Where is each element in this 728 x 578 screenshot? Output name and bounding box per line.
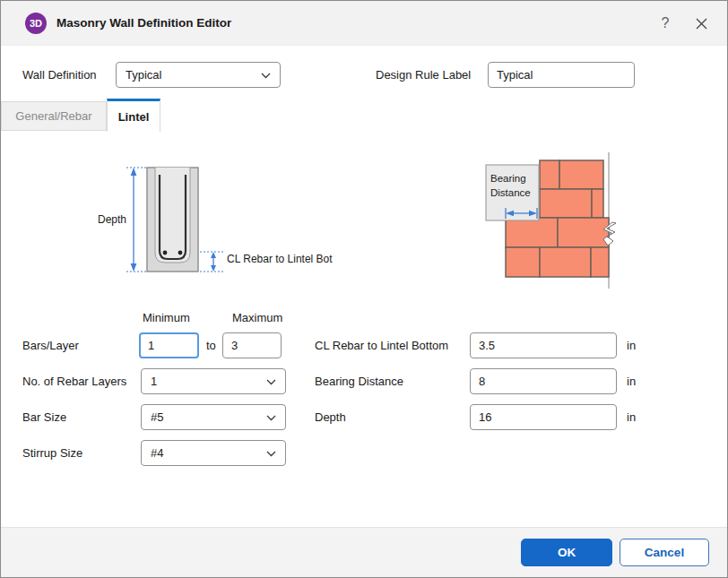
- depth-label: Depth: [315, 410, 346, 424]
- lintel-section-diagram: Depth CL Rebar to Lintel Bot: [91, 153, 351, 288]
- wall-definition-dropdown[interactable]: Typical: [116, 62, 281, 88]
- wall-definition-label: Wall Definition: [22, 68, 97, 82]
- minimum-header: Minimum: [143, 311, 190, 324]
- depth-diagram-label: Depth: [98, 213, 126, 226]
- app-3d-logo-icon: 3D: [25, 13, 47, 34]
- cl-rebar-diagram-label: CL Rebar to Lintel Bot: [227, 253, 333, 265]
- wall-definition-value: Typical: [126, 68, 161, 82]
- cl-rebar-bottom-input[interactable]: [470, 332, 617, 358]
- bearing-distance-input[interactable]: [470, 368, 617, 394]
- stirrup-size-label: Stirrup Size: [22, 446, 82, 460]
- brick: [540, 247, 591, 277]
- maximum-header: Maximum: [232, 311, 282, 324]
- rebar-dot: [163, 251, 168, 255]
- chevron-down-icon: [266, 379, 276, 385]
- bars-per-layer-label: Bars/Layer: [22, 339, 79, 352]
- ok-button[interactable]: OK: [521, 539, 612, 566]
- tab-general-rebar[interactable]: General/Rebar: [1, 101, 107, 131]
- close-icon: [696, 18, 707, 30]
- bar-size-value: #5: [151, 410, 163, 424]
- brick: [540, 189, 592, 218]
- brick: [506, 247, 540, 277]
- to-label: to: [206, 339, 216, 352]
- cancel-button[interactable]: Cancel: [620, 539, 709, 566]
- chevron-down-icon: [266, 451, 276, 457]
- help-icon: ?: [662, 15, 670, 31]
- tab-general-rebar-label: General/Rebar: [15, 109, 91, 123]
- depth-dimension: [126, 168, 146, 272]
- cancel-button-label: Cancel: [645, 546, 684, 559]
- bearing-distance-label: Bearing Distance: [315, 375, 403, 388]
- bearing-label-line2: Distance: [490, 187, 531, 198]
- rebar-layers-dropdown[interactable]: 1: [141, 368, 286, 394]
- bar-size-label: Bar Size: [22, 410, 66, 424]
- brick: [559, 160, 603, 189]
- logo-text: 3D: [30, 18, 42, 29]
- bars-per-layer-min-input[interactable]: [139, 332, 199, 358]
- bar-size-dropdown[interactable]: #5: [141, 404, 286, 430]
- brick: [591, 247, 609, 277]
- tab-lintel-label: Lintel: [118, 110, 150, 124]
- stirrup-size-dropdown[interactable]: #4: [141, 440, 286, 466]
- chevron-down-icon: [261, 73, 271, 79]
- brick: [558, 218, 609, 247]
- depth-input[interactable]: [470, 404, 617, 430]
- brick: [540, 160, 559, 189]
- rebar-layers-label: No. of Rebar Layers: [22, 375, 126, 388]
- brick: [506, 218, 558, 247]
- cl-rebar-dimension: [200, 252, 223, 272]
- masonry-bearing-diagram: Bearing Distance: [481, 147, 624, 292]
- cl-rebar-bottom-unit: in: [627, 339, 636, 352]
- rebar-layers-value: 1: [151, 375, 157, 388]
- brick: [592, 189, 603, 218]
- bearing-label-line1: Bearing: [490, 173, 526, 184]
- cl-rebar-bottom-label: CL Rebar to Lintel Bottom: [315, 339, 448, 352]
- window-title: Masonry Wall Definition Editor: [56, 1, 231, 46]
- title-bar: 3D Masonry Wall Definition Editor ?: [1, 1, 727, 46]
- help-button[interactable]: ?: [652, 11, 679, 36]
- design-rule-label: Design Rule Label: [376, 68, 471, 82]
- close-button[interactable]: [688, 11, 715, 36]
- stirrup-size-value: #4: [151, 446, 163, 460]
- tab-lintel[interactable]: Lintel: [107, 99, 160, 132]
- bars-per-layer-max-input[interactable]: [222, 332, 282, 358]
- design-rule-input[interactable]: [488, 62, 635, 88]
- masonry-wall-definition-editor-dialog: 3D Masonry Wall Definition Editor ? Wall…: [0, 0, 728, 578]
- bearing-distance-unit: in: [627, 375, 636, 388]
- rebar-dot: [178, 251, 183, 255]
- ok-button-label: OK: [558, 546, 576, 559]
- chevron-down-icon: [266, 415, 276, 421]
- depth-unit: in: [627, 410, 636, 424]
- footer-bar: [1, 527, 727, 577]
